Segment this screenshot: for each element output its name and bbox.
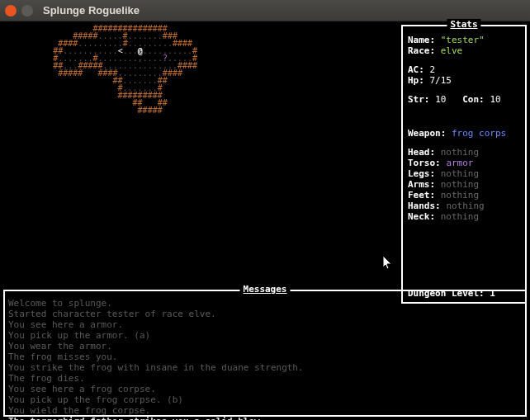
messages-panel: Messages Welcome to splunge.Started char… <box>3 290 527 417</box>
message-line: You wield the frog corpse. <box>8 405 522 416</box>
stat-name: Name: "tester" <box>408 35 520 45</box>
message-line: You see here a frog corpse. <box>8 384 522 394</box>
message-line: Welcome to splunge. <box>8 298 522 309</box>
dungeon-map[interactable]: ############### #####.....#.......### ##… <box>3 25 398 289</box>
window-title: Splunge Roguelike <box>43 4 140 17</box>
equip-slot: Hands: nothing <box>408 201 520 211</box>
equip-slot: Torso: armor <box>408 158 520 168</box>
stat-strcon: Str: 10 Con: 10 <box>408 94 520 105</box>
equip-slot: Neck: nothing <box>408 211 520 222</box>
message-line: Started character tester of race elve. <box>8 309 522 319</box>
close-icon[interactable] <box>5 5 17 17</box>
map-row: ##### <box>3 106 398 114</box>
message-line: You see here a armor. <box>8 319 522 330</box>
stat-weapon: Weapon: frog corps <box>408 128 520 139</box>
message-line: You pick up the frog corpse. (b) <box>8 394 522 405</box>
message-line: You wear the armor. <box>8 341 522 352</box>
stats-panel: Stats Name: "tester" Race: elve AC: 2 Hp… <box>401 25 527 304</box>
minimize-icon[interactable] <box>21 5 33 17</box>
message-line: The frog dies. <box>8 373 522 384</box>
message-line: The terrorbird father strikes you a soli… <box>8 416 522 420</box>
stat-hp: Hp: 7/15 <box>408 75 520 86</box>
equip-slot: Feet: nothing <box>408 190 520 201</box>
equip-slot: Arms: nothing <box>408 179 520 190</box>
message-line: The frog misses you. <box>8 352 522 362</box>
stat-ac: AC: 2 <box>408 64 520 75</box>
equip-slot: Legs: nothing <box>408 168 520 179</box>
message-line: You strike the frog with insane in the d… <box>8 362 522 373</box>
game-viewport[interactable]: ############### #####.....#.......### ##… <box>0 21 530 420</box>
equip-slot: Head: nothing <box>408 147 520 158</box>
messages-title: Messages <box>240 284 291 295</box>
stat-race: Race: elve <box>408 45 520 56</box>
message-line: You pick up the armor. (a) <box>8 330 522 341</box>
